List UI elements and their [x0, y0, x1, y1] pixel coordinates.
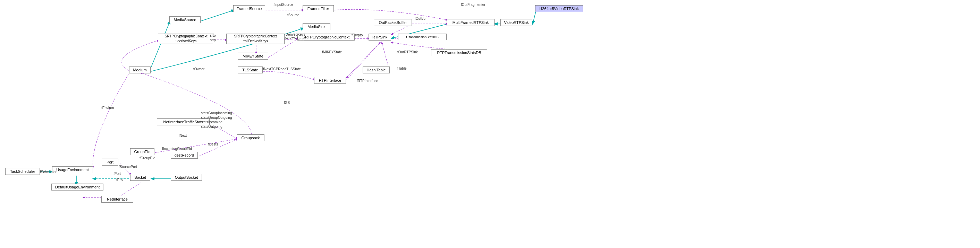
label-fOwner: fOwner	[193, 67, 204, 71]
node-RTPInterface[interactable]: RTPInterface	[314, 77, 346, 84]
node-MultiFramedRTPSink[interactable]: MultiFramedRTPSink	[447, 19, 495, 26]
svg-line-24	[533, 10, 536, 24]
node-MediaSink[interactable]: MediaSink	[302, 23, 330, 30]
node-DefaultUsageEnvironment[interactable]: DefaultUsageEnvironment	[51, 183, 103, 191]
node-MediaSource[interactable]: MediaSource	[169, 16, 200, 23]
node-OutputSocket[interactable]: OutputSocket	[171, 174, 202, 181]
node-UsageEnvironment[interactable]: UsageEnvironment	[52, 166, 93, 173]
label-fOutBuf: fOutBuf	[415, 17, 426, 21]
label-fNextTCPReadTLSState: fNextTCPReadTLSState	[263, 67, 301, 71]
label-fSourcePort: fSourcePort	[119, 165, 137, 169]
node-TLSState[interactable]: TLSState	[238, 66, 263, 73]
node-Socket[interactable]: Socket	[130, 174, 150, 181]
node-NetInterface[interactable]: NetInterface	[101, 196, 133, 203]
label-fGS: fGS	[284, 101, 290, 104]
diagram-container: TaskScheduler UsageEnvironment DefaultUs…	[0, 0, 980, 248]
svg-line-10	[151, 21, 170, 68]
label-fIncomingGroupEId: fIncomingGroupEId	[162, 147, 192, 151]
node-SRTPCryptoCtxAllDerivedKeys[interactable]: SRTPCryptographicContext::allDerivedKeys	[226, 33, 285, 44]
label-fTable: fTable	[397, 66, 407, 70]
node-FramedFilter[interactable]: FramedFilter	[302, 5, 334, 12]
label-fEnviron: fEnviron	[101, 106, 114, 110]
label-fScheduler: fScheduler	[40, 170, 57, 174]
node-TaskScheduler[interactable]: TaskScheduler	[5, 168, 40, 175]
label-fPort: fPort	[113, 172, 121, 175]
svg-line-7	[155, 139, 238, 153]
label-fInputSource: fInputSource	[274, 3, 293, 6]
svg-line-8	[199, 139, 238, 156]
node-destRecord[interactable]: destRecord	[171, 152, 198, 159]
label-fOutFragmenter: fOutFragmenter	[461, 3, 485, 6]
node-Groupsock[interactable]: Groupsock	[237, 134, 264, 141]
node-fTransmissionStatsDB[interactable]: fTransmissionStatsDB	[398, 33, 447, 40]
node-GroupEId[interactable]: GroupEId	[130, 148, 154, 155]
label-fOurRTPSink: fOurRTPSink	[397, 50, 418, 54]
node-SRTPCryptoCtxDerivedKeys[interactable]: SRTPCryptographicContext::derivedKeys	[158, 33, 214, 44]
svg-line-5	[118, 183, 141, 197]
node-OutPacketBuffer[interactable]: OutPacketBuffer	[374, 19, 412, 26]
node-RTPTransmissionStatsDB[interactable]: RTPTransmissionStatsDB	[431, 49, 487, 56]
label-fGroupEId: fGroupEId	[140, 156, 156, 160]
label-statsGroup: statsGroupIncomingstatsGroupOutgoingstat…	[201, 111, 232, 129]
svg-line-11	[200, 10, 234, 21]
svg-line-26	[346, 42, 380, 80]
label-fCrypto: fCrypto	[352, 33, 363, 37]
node-H264or5VideoRTPSink[interactable]: H264or5VideoRTPSink	[535, 5, 583, 12]
node-SRTPCryptoCtx[interactable]: SRTPCryptographicContext	[298, 33, 355, 41]
node-HashTable[interactable]: Hash Table	[363, 66, 390, 73]
label-fDests: fDests	[208, 142, 218, 146]
node-Port[interactable]: Port	[102, 159, 118, 166]
label-fNext: fNext	[179, 134, 187, 137]
label-srtp: srtpsrtp	[210, 33, 216, 42]
label-fRTPInterface: fRTPInterface	[357, 79, 378, 83]
node-VideoRTPSink[interactable]: VideoRTPSink	[500, 19, 532, 26]
node-RTPSink[interactable]: RTPSink	[369, 33, 391, 41]
node-FramedSource[interactable]: FramedSource	[233, 5, 265, 12]
label-fDerivedKeys: fDerivedKeysfMIKEYState	[285, 32, 305, 41]
node-MIKEYState[interactable]: MIKEYState	[238, 53, 268, 60]
label-fSource: fSource	[287, 13, 299, 17]
node-Medium[interactable]: Medium	[129, 66, 151, 73]
label-fMIKEYState: fMIKEYState	[322, 50, 342, 54]
label-fEnv: fEnv	[116, 178, 123, 182]
diagram-svg	[0, 0, 980, 248]
